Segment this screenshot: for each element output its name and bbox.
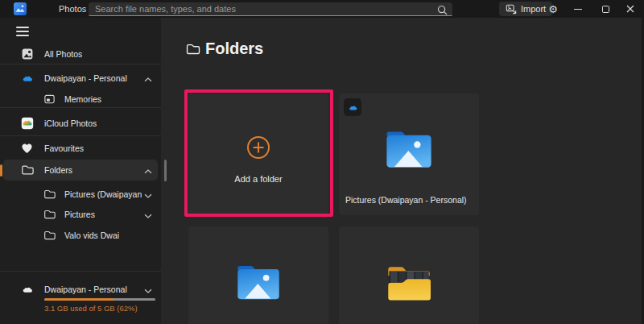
search-input[interactable] — [89, 2, 430, 15]
onedrive-cloud-icon — [348, 104, 358, 111]
sidebar-item-favourites[interactable]: Favourites — [0, 139, 161, 157]
chevron-up-icon[interactable] — [144, 71, 152, 85]
search-icon — [437, 4, 448, 19]
folders-view: Folders Add a folder Pictures (Dwaipayan… — [161, 18, 644, 324]
folder-icon — [185, 42, 200, 60]
close-button[interactable] — [617, 0, 644, 18]
memories-icon — [43, 93, 56, 106]
minimize-button[interactable] — [564, 0, 592, 18]
heart-icon — [21, 143, 33, 154]
chevron-up-icon[interactable] — [144, 163, 152, 177]
sidebar-item-folders[interactable]: Folders — [0, 161, 161, 179]
folder-tile-valo-vids[interactable] — [339, 226, 479, 324]
add-folder-label: Add a folder — [188, 174, 328, 184]
folder-tile-pictures-onedrive[interactable]: Pictures (Dwaipayan - Personal) — [339, 93, 479, 215]
cloud-icon — [21, 285, 34, 294]
storage-usage-text: 3.1 GB used of 5 GB (62%) — [44, 304, 138, 313]
import-icon — [506, 3, 517, 15]
minimize-icon — [574, 9, 582, 10]
plus-circle-icon — [246, 135, 270, 163]
yellow-folder-icon — [383, 260, 435, 307]
photos-app-window: Photos Import ⚙ All Photos — [0, 0, 644, 324]
storage-progress-bar — [44, 298, 155, 301]
settings-button[interactable]: ⚙ — [544, 1, 562, 17]
divider — [0, 271, 161, 272]
sidebar-item-memories[interactable]: Memories — [0, 90, 161, 108]
menu-button[interactable] — [16, 27, 29, 36]
chevron-down-icon[interactable] — [144, 187, 152, 201]
app-title: Photos — [59, 0, 86, 18]
onedrive-badge — [344, 98, 361, 116]
maximize-button[interactable] — [592, 0, 619, 18]
sidebar-item-pictures[interactable]: Pictures — [0, 206, 161, 223]
sidebar: All Photos Dwaipayan - Personal Memories… — [0, 18, 161, 324]
folder-tile-label: Pictures (Dwaipayan - Personal) — [345, 195, 474, 205]
divider — [0, 107, 161, 108]
sidebar-item-all-photos[interactable]: All Photos — [0, 45, 161, 63]
icloud-icon — [21, 117, 34, 130]
add-folder-tile[interactable]: Add a folder — [188, 93, 328, 215]
sidebar-item-onedrive-personal[interactable]: Dwaipayan - Personal — [0, 69, 161, 87]
import-label: Import — [521, 4, 546, 14]
folder-icon — [43, 189, 56, 201]
gear-icon: ⚙ — [548, 3, 558, 15]
photos-app-icon — [14, 2, 27, 15]
onedrive-cloud-icon — [21, 74, 34, 83]
photo-library-icon — [21, 48, 34, 60]
titlebar: Photos Import ⚙ — [0, 0, 644, 18]
hamburger-icon — [16, 27, 29, 28]
folder-icon — [21, 164, 34, 177]
maximize-icon — [602, 6, 609, 13]
sidebar-item-icloud-photos[interactable]: iCloud Photos — [0, 114, 161, 132]
divider — [0, 64, 161, 64]
search-box[interactable] — [89, 2, 452, 16]
page-title: Folders — [205, 39, 263, 58]
chevron-down-icon[interactable] — [144, 282, 152, 297]
chevron-down-icon[interactable] — [144, 207, 152, 222]
folder-tile-pictures[interactable] — [188, 226, 328, 324]
pictures-folder-icon — [382, 126, 436, 176]
sidebar-item-pictures-onedrive[interactable]: Pictures (Dwaipayan - Personal — [0, 185, 161, 203]
folder-icon — [43, 230, 56, 242]
storage-account-row[interactable]: Dwaipayan - Personal — [0, 280, 161, 298]
sidebar-scrollbar[interactable] — [164, 160, 167, 181]
pictures-folder-icon — [233, 260, 284, 307]
divider — [0, 135, 161, 136]
sidebar-item-valo-vids[interactable]: Valo vids Dwai — [0, 226, 161, 244]
storage-progress-fill — [44, 298, 114, 301]
close-icon — [626, 5, 634, 13]
folder-icon — [43, 209, 56, 221]
